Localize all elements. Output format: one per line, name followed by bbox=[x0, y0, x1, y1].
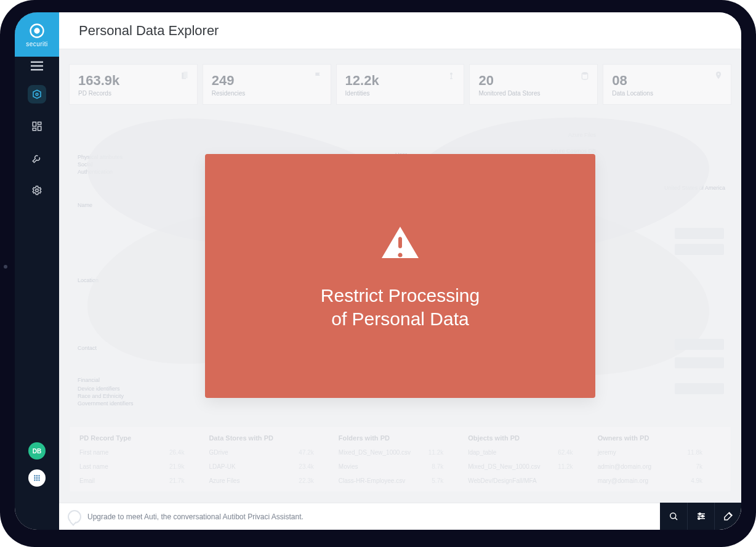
svg-point-14 bbox=[38, 475, 39, 476]
svg-point-16 bbox=[36, 477, 38, 479]
svg-point-19 bbox=[36, 479, 38, 480]
svg-rect-7 bbox=[33, 122, 36, 126]
svg-rect-24 bbox=[451, 75, 452, 78]
search-button[interactable] bbox=[660, 503, 687, 530]
svg-point-6 bbox=[36, 93, 38, 95]
svg-rect-10 bbox=[33, 128, 36, 131]
user-avatar[interactable]: DB bbox=[28, 442, 46, 460]
records-icon bbox=[180, 71, 190, 83]
svg-point-11 bbox=[36, 189, 39, 192]
svg-point-12 bbox=[34, 475, 35, 476]
kpi-row: 163.9k PD Records 249 Residencies 12.2k … bbox=[69, 64, 731, 105]
svg-rect-25 bbox=[450, 78, 452, 79]
build-button[interactable] bbox=[714, 503, 741, 530]
kpi-pd-records[interactable]: 163.9k PD Records bbox=[69, 64, 198, 105]
database-icon bbox=[580, 71, 590, 83]
svg-point-28 bbox=[670, 513, 676, 519]
modal-title: Restrict Processing of Personal Data bbox=[321, 284, 480, 331]
svg-point-31 bbox=[699, 513, 701, 515]
svg-line-29 bbox=[675, 518, 677, 520]
identity-icon bbox=[446, 71, 456, 83]
record-table: PD Record Type Data Stores with PD Folde… bbox=[69, 426, 731, 492]
svg-point-17 bbox=[38, 477, 39, 479]
svg-rect-9 bbox=[38, 126, 41, 131]
svg-point-13 bbox=[36, 475, 38, 476]
svg-point-23 bbox=[450, 73, 452, 75]
page-title: Personal Data Explorer bbox=[79, 23, 219, 39]
svg-point-33 bbox=[701, 516, 703, 517]
svg-point-15 bbox=[34, 477, 35, 479]
svg-point-35 bbox=[698, 517, 699, 519]
location-icon bbox=[714, 71, 723, 83]
warning-icon bbox=[378, 221, 422, 268]
assistant-bar: Upgrade to meet Auti, the conversational… bbox=[59, 503, 741, 530]
svg-point-27 bbox=[718, 73, 720, 75]
table-row[interactable]: Email21.7k Azure Files22.3k Class-HR-Emp… bbox=[79, 477, 721, 484]
filters-button[interactable] bbox=[687, 503, 714, 530]
device-home-indicator bbox=[4, 265, 7, 269]
brand-name: securiti bbox=[26, 41, 48, 47]
svg-rect-8 bbox=[38, 122, 41, 124]
kpi-identities[interactable]: 12.2k Identities bbox=[336, 64, 465, 105]
assistant-text: Upgrade to meet Auti, the conversational… bbox=[87, 513, 304, 521]
chat-icon[interactable] bbox=[68, 510, 81, 524]
table-row[interactable]: First name26.4k GDrive47.2k Mixed_DS_New… bbox=[79, 449, 721, 456]
kpi-data-stores[interactable]: 20 Monitored Data Stores bbox=[469, 64, 598, 105]
kpi-residencies[interactable]: 249 Residencies bbox=[203, 64, 331, 105]
svg-marker-5 bbox=[33, 90, 41, 99]
nav-settings-icon[interactable] bbox=[28, 181, 46, 200]
flag-icon bbox=[313, 71, 323, 83]
restrict-processing-modal[interactable]: Restrict Processing of Personal Data bbox=[205, 154, 595, 398]
nav-dashboard-icon[interactable] bbox=[28, 117, 46, 136]
apps-menu-icon[interactable] bbox=[28, 469, 46, 487]
sidebar: securiti DB bbox=[15, 12, 59, 530]
svg-point-20 bbox=[38, 479, 39, 480]
nav-explorer-icon[interactable] bbox=[28, 85, 46, 103]
table-row[interactable]: Last name21.9k LDAP-UK23.4k Movies8.7k M… bbox=[79, 463, 721, 470]
hamburger-icon[interactable] bbox=[28, 57, 46, 75]
svg-point-18 bbox=[34, 479, 35, 480]
nav-tools-icon[interactable] bbox=[28, 149, 46, 168]
kpi-data-locations[interactable]: 08 Data Locations bbox=[603, 64, 731, 105]
titlebar: Personal Data Explorer bbox=[59, 12, 741, 49]
svg-point-26 bbox=[582, 72, 588, 75]
svg-point-1 bbox=[35, 28, 39, 33]
svg-rect-22 bbox=[183, 71, 188, 78]
brand-logo[interactable]: securiti bbox=[15, 12, 59, 57]
